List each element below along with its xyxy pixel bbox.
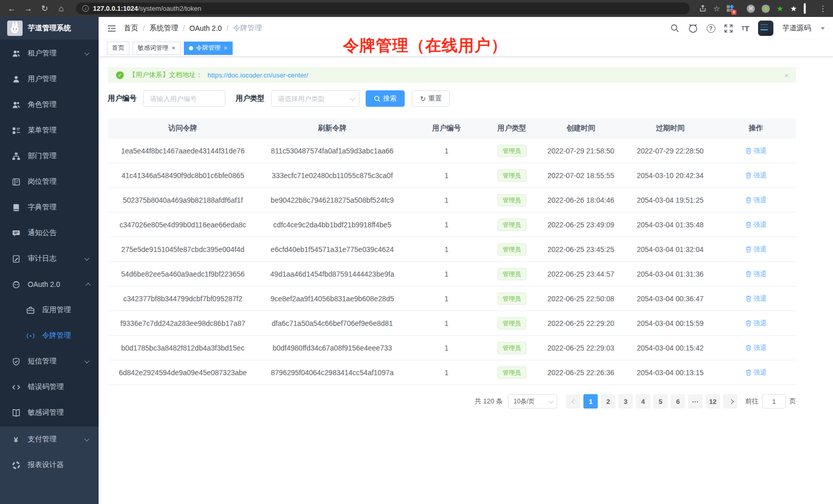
font-size-icon[interactable]: TT	[742, 24, 749, 33]
sidebar-item[interactable]: 短信管理	[0, 348, 99, 374]
forward-icon[interactable]: →	[23, 4, 34, 13]
tab-close-icon[interactable]: ×	[172, 45, 176, 51]
breadcrumb-system[interactable]: 系统管理	[149, 24, 178, 33]
force-logout-button[interactable]: 强退	[745, 343, 767, 353]
sidebar-item[interactable]: 菜单管理	[0, 118, 99, 143]
access-token-cell: 1ea5e44f8bc1467aaede43144f31de76	[108, 139, 258, 163]
reset-button[interactable]: ↻ 重置	[412, 90, 450, 107]
sidebar-item-label: 短信管理	[28, 357, 56, 366]
help-icon[interactable]: ?	[707, 24, 715, 33]
sidebar-item[interactable]: 岗位管理	[0, 169, 99, 195]
sidebar-item[interactable]: 敏感词管理	[0, 400, 99, 425]
user-type-select[interactable]	[271, 90, 359, 107]
page-unit-label: 页	[789, 397, 796, 406]
force-logout-button[interactable]: 强退	[745, 146, 767, 156]
collapse-sidebar-icon[interactable]	[107, 24, 117, 33]
refresh-token-cell: e6cfd40eb1f54571a31e775e039c4624	[258, 237, 407, 261]
prev-page-button[interactable]	[566, 394, 580, 409]
sidebar-item[interactable]: 报表设计器	[0, 452, 99, 478]
username[interactable]: 芋道源码	[782, 24, 811, 33]
command-extension-icon[interactable]: ⌘	[747, 5, 755, 13]
force-logout-button[interactable]: 强退	[745, 220, 767, 229]
doc-link[interactable]: https://doc.iocoder.cn/user-center/	[207, 71, 308, 79]
view-tab[interactable]: 敏感词管理 ×	[132, 42, 181, 55]
dept-icon	[11, 151, 21, 161]
sidebar-submenu-section: 租户管理 用户管理 角色管理 菜单管理	[0, 40, 99, 427]
sidebar-item[interactable]: 租户管理	[0, 41, 99, 66]
page-number-button[interactable]: 1	[583, 394, 598, 409]
force-logout-button[interactable]: 强退	[745, 294, 767, 303]
page-number-button[interactable]: 5	[653, 394, 668, 409]
force-logout-button[interactable]: 强退	[745, 196, 767, 205]
page-number-button[interactable]: 6	[671, 394, 685, 409]
refresh-token-cell: 8796295f04064c2983414cc54af1097a	[258, 360, 407, 384]
search-icon[interactable]	[670, 24, 679, 33]
browser-menu-icon[interactable]: ⋮	[819, 5, 827, 12]
sidebar-item-label: 令牌管理	[42, 331, 71, 340]
sidebar-item[interactable]: 审计日志	[0, 246, 99, 272]
tab-close-icon[interactable]: ×	[224, 45, 228, 51]
user-type-cell: 管理员	[486, 286, 537, 311]
page-number-button[interactable]: 12	[706, 394, 720, 409]
force-logout-button[interactable]: 强退	[745, 245, 767, 254]
force-logout-button[interactable]: 强退	[745, 319, 767, 328]
share-icon[interactable]	[699, 5, 707, 12]
home-icon[interactable]: ⌂	[55, 4, 67, 13]
column-header: 用户类型	[486, 118, 537, 139]
page-number-button[interactable]: 3	[618, 394, 633, 409]
sidebar-item[interactable]: OAuth 2.0	[0, 272, 99, 297]
user-id-cell: 1	[407, 188, 486, 212]
extension-grid-icon[interactable]: 9	[727, 5, 733, 12]
green-star-extension-icon[interactable]: ★	[777, 5, 783, 12]
expire-time-cell: 2054-03-04 01:32:04	[624, 237, 716, 261]
user-type-badge: 管理员	[498, 169, 526, 182]
recorder-extension-icon[interactable]	[762, 5, 770, 13]
sidebar-item[interactable]: 字典管理	[0, 195, 99, 220]
breadcrumb-oauth[interactable]: OAuth 2.0	[190, 24, 222, 32]
force-logout-label: 强退	[753, 196, 767, 205]
site-info-icon[interactable]: i	[82, 5, 89, 12]
sidebar-item[interactable]: 应用管理	[0, 297, 99, 323]
force-logout-button[interactable]: 强退	[745, 171, 767, 180]
table-row: f9336e7c7dd242a283ee98dc86b17a87 dfa6c71…	[108, 311, 796, 336]
user-id-input[interactable]	[143, 90, 225, 107]
sidebar-item[interactable]: 部门管理	[0, 143, 99, 169]
breadcrumb-home[interactable]: 首页	[124, 24, 138, 33]
page-size-select[interactable]	[508, 394, 557, 409]
sidebar-item-label: 菜单管理	[28, 126, 56, 135]
sidebar-item[interactable]: 用户管理	[0, 66, 99, 92]
address-bar[interactable]: i 127.0.0.1:1024/system/oauth2/token	[76, 3, 690, 14]
total-count: 共 120 条	[475, 397, 503, 406]
view-tab[interactable]: 首页 ×	[107, 42, 129, 55]
user-menu-caret-icon[interactable]	[821, 27, 825, 30]
action-cell: 强退	[716, 188, 796, 212]
force-logout-button[interactable]: 强退	[745, 269, 767, 279]
page-number-button[interactable]: ···	[688, 394, 703, 409]
logo-row[interactable]: 芋道管理系统	[0, 17, 99, 40]
force-logout-button[interactable]: 强退	[745, 368, 767, 377]
fullscreen-icon[interactable]	[724, 24, 733, 33]
bookmark-star-icon[interactable]: ☆	[713, 5, 720, 12]
user-type-cell: 管理员	[486, 262, 537, 286]
white-star-extension-icon[interactable]: ★	[790, 5, 797, 12]
sidebar-item[interactable]: 角色管理	[0, 92, 99, 118]
back-icon[interactable]: ←	[6, 4, 17, 13]
user-id-cell: 1	[407, 311, 486, 335]
extension-badge: 9	[731, 10, 736, 15]
user-avatar[interactable]	[758, 21, 773, 36]
side-panel-icon[interactable]	[804, 5, 806, 12]
alert-close-icon[interactable]: ×	[784, 71, 789, 80]
goto-page-input[interactable]	[762, 394, 786, 409]
view-tab[interactable]: 令牌管理 ×	[184, 42, 233, 55]
github-icon[interactable]	[688, 24, 698, 33]
sidebar-item[interactable]: 错误码管理	[0, 374, 99, 400]
next-page-button[interactable]	[723, 394, 737, 409]
search-button[interactable]: 搜索	[366, 90, 405, 107]
sidebar-item[interactable]: ¥ 支付管理	[0, 427, 99, 452]
page-number-button[interactable]: 4	[636, 394, 650, 409]
access-token-cell: 41c41346a548490f9dc8b01c6bfe0865	[108, 163, 258, 187]
page-number-button[interactable]: 2	[601, 394, 615, 409]
reload-icon[interactable]: ↻	[39, 4, 50, 13]
sidebar-item[interactable]: 令牌管理	[0, 323, 99, 348]
sidebar-item[interactable]: 通知公告	[0, 220, 99, 246]
